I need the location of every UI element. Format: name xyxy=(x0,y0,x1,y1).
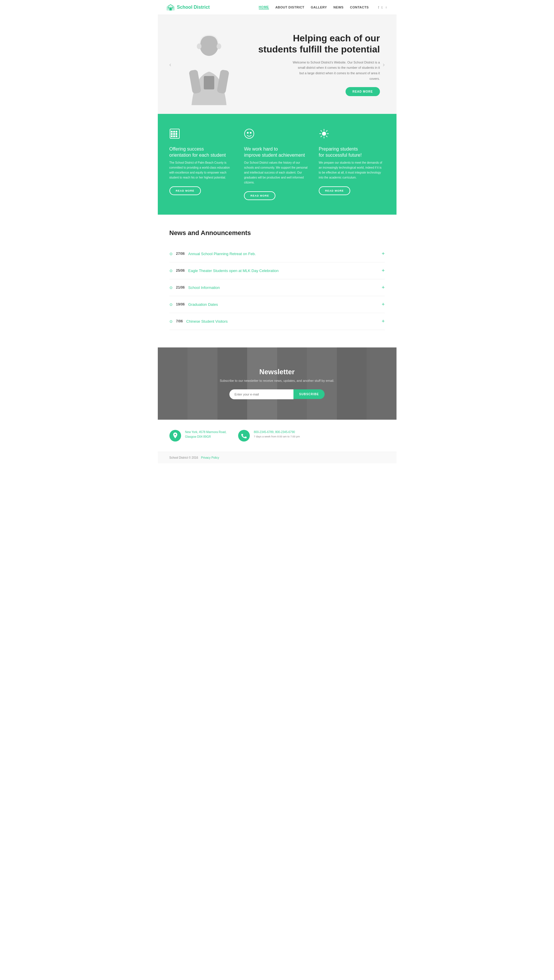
svg-point-22 xyxy=(250,132,252,134)
newsletter-section: Newsletter Subscribe to our newsletter t… xyxy=(158,347,396,420)
news-item-4-title[interactable]: Graduation Dates xyxy=(188,302,218,307)
feature-1-cta[interactable]: READ MORE xyxy=(169,186,201,195)
news-item-3-expand[interactable]: + xyxy=(382,285,385,291)
nav-about[interactable]: ABOUT DISTRICT xyxy=(275,6,304,9)
newsletter-description: Subscribe to our newsletter to receive n… xyxy=(220,379,334,382)
hero-cta-button[interactable]: READ MORE xyxy=(345,87,380,96)
hero-description: Welcome to School District's Website. Ou… xyxy=(293,60,380,81)
news-item-1: ⊙ 27/06 Annual School Planning Retreat o… xyxy=(169,245,385,262)
hero-image xyxy=(171,24,247,105)
news-item-2-title[interactable]: Eagle Theater Students open at MLK Day C… xyxy=(188,269,279,273)
feature-3-description: We prepare our students to meet the dema… xyxy=(319,160,385,180)
privacy-policy-link[interactable]: Privacy Policy xyxy=(201,456,219,459)
feature-3-cta[interactable]: READ MORE xyxy=(319,186,350,195)
news-item-4-date: 19/06 xyxy=(176,302,185,306)
news-item-4-expand[interactable]: + xyxy=(382,301,385,308)
svg-rect-19 xyxy=(175,135,177,137)
footer-phone-block: 800-2345-6789, 800-2345-6790 7 days a we… xyxy=(238,430,300,441)
svg-rect-13 xyxy=(175,131,177,132)
phone-line1: 800-2345-6789, 800-2345-6790 xyxy=(254,430,300,435)
facebook-icon[interactable]: f xyxy=(378,5,379,10)
news-item-1-date: 27/06 xyxy=(176,252,185,256)
svg-point-20 xyxy=(245,129,254,138)
svg-rect-17 xyxy=(171,135,173,137)
svg-point-23 xyxy=(322,132,326,136)
svg-line-29 xyxy=(326,136,327,137)
hero-prev-arrow[interactable]: ‹ xyxy=(169,61,172,68)
features-section: Offering success orientation for each st… xyxy=(158,114,396,215)
svg-line-28 xyxy=(320,131,322,132)
news-item-2-expand[interactable]: + xyxy=(382,268,385,274)
feature-1-icon xyxy=(169,128,236,141)
footer-address-block: New York, 4578 Marmora Road, Glasgow D04… xyxy=(169,430,226,441)
header: School District HOME ABOUT DISTRICT GALL… xyxy=(158,0,396,15)
nav-social: f t ♀ xyxy=(378,5,388,10)
logo-text: School District xyxy=(177,5,210,10)
main-nav: HOME ABOUT DISTRICT GALLERY NEWS CONTACT… xyxy=(259,5,388,10)
news-item-1-title[interactable]: Annual School Planning Retreat on Feb. xyxy=(188,252,256,256)
svg-rect-14 xyxy=(171,133,173,135)
logo-icon xyxy=(167,4,175,11)
news-item-5-date: 7/06 xyxy=(176,319,183,323)
news-clock-icon-5: ⊙ xyxy=(169,319,173,323)
svg-rect-2 xyxy=(168,7,169,8)
feature-3-title: Preparing students for successful future… xyxy=(319,146,385,158)
svg-rect-15 xyxy=(173,133,175,135)
phone-line2: 7 days a week from 8:00 am to 7:00 pm xyxy=(254,435,300,438)
address-icon xyxy=(169,430,181,441)
logo[interactable]: School District xyxy=(167,4,210,11)
newsletter-title: Newsletter xyxy=(259,368,295,376)
news-item-3-date: 21/06 xyxy=(176,285,185,290)
news-item-4: ⊙ 19/06 Graduation Dates + xyxy=(169,296,385,313)
footer-info: New York, 4578 Marmora Road, Glasgow D04… xyxy=(158,420,396,452)
bottom-bar: School District © 2016 Privacy Policy xyxy=(158,452,396,463)
feature-2-description: Our School District values the history o… xyxy=(244,160,310,185)
news-item-5-expand[interactable]: + xyxy=(382,318,385,324)
svg-rect-12 xyxy=(173,131,175,132)
newsletter-subscribe-button[interactable]: SUBSCRIBE xyxy=(293,389,325,399)
user-icon[interactable]: ♀ xyxy=(385,5,388,10)
svg-line-31 xyxy=(320,136,322,137)
nav-gallery[interactable]: GALLERY xyxy=(311,6,327,9)
news-section: News and Announcements ⊙ 27/06 Annual Sc… xyxy=(158,215,396,347)
svg-line-30 xyxy=(326,131,327,132)
news-item-3-left: ⊙ 21/06 School Information xyxy=(169,285,220,290)
phone-icon xyxy=(238,430,250,441)
news-item-5-left: ⊙ 7/06 Chinese Student Visitors xyxy=(169,319,228,323)
news-clock-icon-2: ⊙ xyxy=(169,269,173,273)
copyright-text: School District © 2016 xyxy=(169,456,198,459)
hero-person-figure xyxy=(183,29,235,105)
news-item-3-title[interactable]: School Information xyxy=(188,285,220,290)
news-item-2-left: ⊙ 25/06 Eagle Theater Students open at M… xyxy=(169,269,279,273)
news-item-1-expand[interactable]: + xyxy=(382,251,385,257)
svg-rect-3 xyxy=(172,7,174,8)
feature-2-cta[interactable]: READ MORE xyxy=(244,191,275,200)
svg-rect-6 xyxy=(217,69,229,94)
feature-2-icon xyxy=(244,128,310,141)
news-clock-icon-4: ⊙ xyxy=(169,302,173,307)
svg-rect-1 xyxy=(169,8,172,11)
nav-home[interactable]: HOME xyxy=(259,5,269,9)
twitter-icon[interactable]: t xyxy=(381,5,382,10)
nav-contacts[interactable]: CONTACTS xyxy=(350,6,369,9)
feature-3-icon xyxy=(319,128,385,141)
hero-next-arrow[interactable]: › xyxy=(383,61,385,68)
footer-address-text: New York, 4578 Marmora Road, Glasgow D04… xyxy=(185,430,226,439)
hero-title: Helping each of our students fulfill the… xyxy=(247,33,380,55)
news-item-1-left: ⊙ 27/06 Annual School Planning Retreat o… xyxy=(169,252,256,256)
svg-rect-11 xyxy=(171,131,173,132)
news-item-5-title[interactable]: Chinese Student Visitors xyxy=(186,319,228,323)
svg-rect-5 xyxy=(189,69,201,94)
news-item-3: ⊙ 21/06 School Information + xyxy=(169,279,385,296)
hero-section: ‹ Helping each of our students fulfill t… xyxy=(158,15,396,114)
feature-1-title: Offering success orientation for each st… xyxy=(169,146,236,158)
news-clock-icon-3: ⊙ xyxy=(169,285,173,290)
feature-card-3: Preparing students for successful future… xyxy=(319,128,385,200)
feature-1-description: The School District of Palm Beach County… xyxy=(169,160,236,180)
news-title: News and Announcements xyxy=(169,229,385,237)
feature-card-2: We work hard to improve student achievem… xyxy=(244,128,310,200)
nav-news[interactable]: NEWS xyxy=(333,6,344,9)
newsletter-email-input[interactable] xyxy=(229,389,293,399)
svg-point-7 xyxy=(197,43,201,49)
svg-rect-16 xyxy=(175,133,177,135)
